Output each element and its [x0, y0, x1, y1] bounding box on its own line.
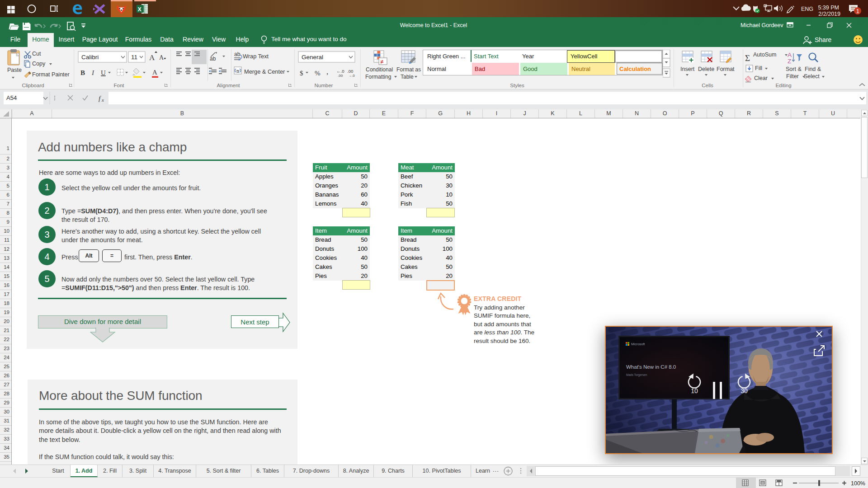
svg-text:Michael Gordeev: Michael Gordeev: [741, 22, 783, 28]
svg-text:,: ,: [326, 67, 328, 76]
svg-text:A: A: [152, 69, 157, 76]
svg-text:Calibri: Calibri: [81, 54, 99, 61]
svg-text:2/2/2019: 2/2/2019: [818, 11, 840, 17]
svg-text:$: $: [300, 70, 303, 77]
svg-text:.00: .00: [338, 74, 343, 78]
svg-text:f: f: [99, 95, 101, 102]
svg-text:→.0: →.0: [348, 74, 355, 78]
svg-text:ab: ab: [210, 56, 216, 62]
svg-text:A: A: [149, 53, 155, 62]
svg-text:I: I: [91, 69, 94, 76]
svg-text:ENG: ENG: [801, 6, 813, 12]
svg-text:11: 11: [131, 54, 137, 61]
svg-text:U: U: [101, 69, 106, 76]
svg-text:Merge & Center: Merge & Center: [244, 68, 285, 75]
svg-text:A: A: [788, 52, 792, 58]
svg-text:x: x: [101, 97, 104, 103]
svg-text:≠: ≠: [380, 58, 383, 65]
svg-text:a: a: [236, 69, 239, 74]
svg-text:A: A: [159, 54, 164, 61]
svg-text:Share: Share: [815, 36, 832, 43]
svg-text:Welcome to Excel1 - Excel: Welcome to Excel1 - Excel: [400, 22, 467, 28]
svg-text:Wrap Text: Wrap Text: [243, 53, 269, 60]
svg-text:.00: .00: [347, 69, 353, 74]
svg-text:B: B: [80, 69, 85, 76]
svg-text:General: General: [302, 54, 323, 61]
svg-text:Z: Z: [788, 58, 791, 65]
svg-text:Σ: Σ: [745, 53, 750, 63]
svg-text:5:39 PM: 5:39 PM: [818, 5, 839, 11]
svg-text:ab: ab: [234, 51, 241, 57]
svg-text:X: X: [138, 6, 142, 13]
svg-text:←.0: ←.0: [336, 69, 344, 74]
svg-text:100%: 100%: [851, 480, 865, 487]
svg-text:%: %: [315, 70, 321, 77]
svg-text:1: 1: [856, 8, 859, 14]
